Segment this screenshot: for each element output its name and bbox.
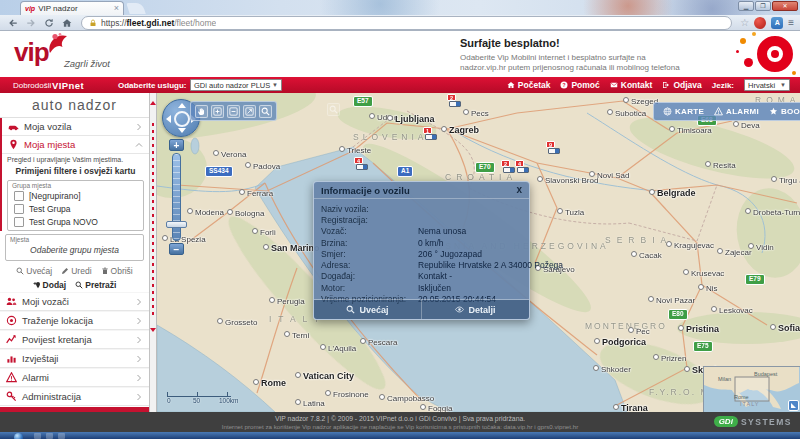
zoom-out-button[interactable]: − (169, 243, 184, 255)
popup-close-icon[interactable]: x (516, 185, 522, 195)
checkbox[interactable] (14, 204, 24, 214)
sidebar-item-moja-vozila[interactable]: Moja vozila (2, 118, 149, 136)
refresh-icon (44, 18, 54, 28)
pan-down-icon[interactable] (178, 128, 186, 133)
minimize-button[interactable]: ▁ (738, 1, 754, 11)
taskbar-app-icon[interactable] (34, 433, 41, 439)
footer-info-text: Internet promet za korištenje Vip nadzor… (0, 423, 800, 430)
bookmark-star-icon[interactable]: ☆ (740, 18, 749, 28)
vehicle-marker[interactable]: 1 (423, 127, 438, 140)
popup-row-label: Brzina: (321, 238, 418, 248)
sidebar-item-tra-enje-lokacija[interactable]: Traženje lokacija (0, 311, 149, 330)
sidebar-item-izvje-taji[interactable]: Izvještaji (0, 349, 149, 368)
footer-version-text: VIP nadzor 7.8.2 | © 2009 - 2015 VIPnet … (0, 412, 800, 422)
extent-icon[interactable] (243, 105, 256, 118)
sidebar-item-alarmi[interactable]: Alarmi (0, 368, 149, 387)
vip-extension-icon[interactable] (754, 17, 766, 29)
overview-minimap[interactable]: MilanBudapestRomeITALY (703, 366, 800, 412)
popup-footer: UvećajDetalji (314, 299, 529, 319)
gdi-badge: GDi (714, 416, 738, 427)
language-select[interactable]: Hrvatski▼ (744, 79, 790, 91)
close-button[interactable]: ✕ (772, 1, 798, 11)
tab-close-icon[interactable]: × (114, 4, 119, 13)
zoom-slider-handle[interactable] (166, 221, 187, 228)
map-button-alarmi[interactable]: ALARMI (714, 107, 759, 116)
map-button-bookmarks[interactable]: BOOKMARKS (769, 107, 800, 116)
map-city-label: Drobeta-Turnu-Se (745, 208, 800, 217)
popup-rows: Naziv vozila:Registracija:Vozač:Nema uno… (314, 199, 529, 305)
map-city-label: Rome (253, 378, 286, 388)
map-button-karte[interactable]: KARTE (663, 107, 704, 116)
map-view[interactable]: UdineLjubljanaZagrebTriesteVeronaPadovaF… (157, 93, 800, 412)
popup-row-value: Isključen (418, 283, 451, 293)
popup-detalji-button[interactable]: Detalji (422, 300, 529, 319)
uve-aj-button[interactable]: Uvećaj (16, 266, 52, 276)
obri-i-button[interactable]: Obriši (101, 266, 133, 276)
sidebar-top-items: Moja vozilaMoja mjesta (2, 118, 149, 154)
refresh-button[interactable] (42, 17, 55, 29)
home-button[interactable] (60, 17, 73, 29)
forward-button[interactable] (24, 17, 37, 29)
checkbox[interactable] (14, 217, 24, 227)
magnifier-icon[interactable] (259, 105, 272, 118)
restore-button[interactable]: ❐ (755, 1, 771, 11)
svg-text:?: ? (563, 82, 566, 88)
vehicle-marker[interactable]: 2 (501, 160, 516, 173)
nav-link-pomo-[interactable]: ?Pomoć (560, 80, 599, 90)
city-dot-icon (631, 251, 637, 257)
vehicle-marker[interactable]: 4 (515, 160, 530, 173)
sidebar-item-moja-mjesta[interactable]: Moja mjesta (2, 136, 149, 154)
service-select[interactable]: GDi auto nadzor PLUS▼ (190, 79, 282, 91)
vehicle-marker[interactable]: 4 (354, 157, 369, 170)
zoom-in-button[interactable]: + (169, 139, 184, 151)
apply-filters-link[interactable]: Primijeni filtere i osvježi kartu (2, 165, 149, 178)
magnifier-icon[interactable] (327, 103, 340, 116)
places-group-select[interactable]: Odaberite grupu mjesta (9, 243, 140, 258)
chevron-right-icon (135, 298, 143, 306)
zoom-in-box-icon[interactable] (211, 105, 224, 118)
browser-menu-icon[interactable]: ≡ (788, 18, 794, 28)
vehicle-marker[interactable]: 9 (546, 141, 561, 154)
taskbar-app-icon[interactable] (58, 433, 65, 439)
sidebar-item-moji-voza-i[interactable]: Moji vozači (0, 292, 149, 311)
city-dot-icon (379, 394, 385, 400)
promo-title: Surfajte besplatno! (460, 37, 735, 49)
sidebar-item-povijest-kretanja[interactable]: Povijest kretanja (0, 330, 149, 349)
back-button[interactable] (6, 17, 19, 29)
nav-link-odjava[interactable]: Odjava (662, 80, 701, 90)
site-header: vip Zagrli život Surfajte besplatno! Oda… (0, 31, 800, 77)
pretra-i-button[interactable]: Pretraži (75, 280, 116, 290)
pan-center-icon[interactable] (174, 111, 190, 127)
zoom-out-box-icon[interactable] (227, 105, 240, 118)
vehicle-marker[interactable]: 2 (447, 94, 462, 107)
dodaj-button[interactable]: Dodaj (33, 280, 67, 290)
mail-icon (610, 81, 618, 89)
pan-left-icon[interactable] (166, 115, 171, 123)
sidebar-item-administracija[interactable]: Administracija (0, 387, 149, 406)
start-orb-icon[interactable] (14, 433, 23, 439)
collapse-dots (152, 123, 154, 318)
pan-up-icon[interactable] (178, 103, 186, 108)
route-icon (6, 334, 17, 345)
new-tab-button[interactable] (126, 3, 146, 14)
map-city-label: Pecs (463, 109, 489, 118)
windows-taskbar[interactable] (0, 432, 800, 439)
translate-extension-icon[interactable]: A (771, 17, 783, 29)
uredi-button[interactable]: Uredi (61, 266, 91, 276)
address-bar[interactable]: https://fleet.gdi.net/fleet/home (81, 16, 732, 30)
brand-name: VIPnet (52, 80, 84, 91)
sidebar-collapse-handle[interactable] (150, 93, 157, 412)
browser-tab[interactable]: vip VIP nadzor × (20, 1, 124, 15)
minimap-collapse-icon[interactable] (788, 400, 799, 411)
city-dot-icon (320, 344, 326, 350)
city-dot-icon (245, 162, 251, 168)
nav-link-kontakt[interactable]: Kontakt (610, 80, 653, 90)
hand-icon[interactable] (195, 105, 208, 118)
target-icon (6, 315, 17, 326)
checkbox[interactable] (14, 191, 24, 201)
taskbar-app-icon[interactable] (46, 433, 53, 439)
popup-uve-aj-button[interactable]: Uvećaj (314, 300, 422, 319)
vip-logo[interactable]: vip (14, 35, 49, 69)
city-dot-icon (284, 331, 290, 337)
nav-link-po-etak[interactable]: Početak (507, 80, 551, 90)
